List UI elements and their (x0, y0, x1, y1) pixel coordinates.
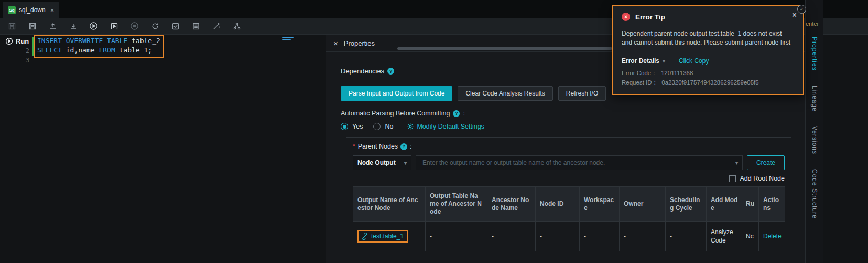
sidebar-tab-lineage[interactable]: Lineage (811, 86, 818, 112)
sql-keywords: INSERT OVERWRITE TABLE (37, 37, 132, 45)
properties-title: Properties (344, 39, 375, 47)
sql-identifier: table_2 (132, 37, 160, 45)
cell-scheduling-cycle: - (666, 222, 707, 251)
tab-close-icon[interactable]: × (50, 6, 55, 14)
create-button[interactable]: Create (747, 155, 785, 170)
sql-keyword: SELECT (37, 46, 66, 54)
cell-add-mode: Analyze Code (707, 222, 743, 251)
delete-link[interactable]: Delete (763, 233, 782, 240)
output-link-icon (361, 233, 368, 240)
cell-output-table: - (426, 222, 487, 251)
save-icon[interactable] (7, 22, 16, 30)
add-root-node-row: Add Root Node (353, 175, 785, 182)
request-id-value: 0a2320f917574943286296259e05f5 (661, 79, 758, 86)
auto-parse-colon: : (463, 110, 464, 117)
parent-nodes-label-row: * Parent Nodes ? : (353, 143, 785, 150)
run-icon[interactable] (89, 22, 98, 30)
error-tip-popup: × Error Tip × Dependent parent node outp… (612, 5, 804, 95)
graph-icon[interactable] (232, 22, 241, 30)
refresh-io-button[interactable]: Refresh I/O (558, 86, 606, 101)
play-icon (5, 37, 13, 45)
dataworks-ide: Sq sql_down × (0, 0, 868, 263)
auto-parse-label-row: Automatic Parsing Before Committing ? : (341, 110, 790, 117)
node-output-selected-value: Node Output (357, 159, 396, 166)
error-tip-header: × Error Tip (622, 13, 795, 21)
ancestor-search-wrap: ▾ (416, 155, 743, 170)
dependencies-title: Dependencies (341, 67, 384, 75)
precheck-icon[interactable] (171, 22, 180, 30)
properties-close-icon[interactable]: × (333, 39, 338, 47)
error-details-label[interactable]: Error Details (622, 57, 659, 65)
cell-actions: Delete (759, 222, 785, 251)
save-as-icon[interactable] (28, 22, 37, 30)
add-root-node-label: Add Root Node (740, 175, 785, 182)
error-code-value: 1201111368 (661, 70, 693, 76)
radio-no[interactable] (373, 123, 381, 130)
chevron-down-icon: ▾ (404, 160, 407, 166)
right-sidebar: Properties Lineage Versions Code Structu… (805, 0, 823, 263)
sql-code-editor[interactable]: Run 2 3 INSERT OVERWRITE TABLE table_2 S… (0, 35, 327, 263)
col-add-mode: Add Mode (707, 187, 743, 222)
node-output-select[interactable]: Node Output ▾ (353, 155, 411, 170)
code-line-2: SELECT id,name FROM table_1; (37, 46, 160, 55)
col-ancestor-node-name: Ancestor Node Name (487, 187, 536, 222)
sql-identifier: id,name (66, 46, 99, 54)
ancestor-search-input[interactable] (421, 159, 730, 167)
info-icon[interactable]: ? (400, 143, 407, 150)
chevron-down-icon[interactable]: ▾ (663, 58, 665, 64)
advanced-run-icon[interactable] (110, 22, 118, 30)
ancestor-output-link[interactable]: test.table_1 (371, 233, 404, 240)
request-id-row: Request ID： 0a2320f917574943286296259e05… (622, 79, 795, 87)
change-marker (32, 37, 34, 56)
error-message: Dependent parent node output test.table_… (622, 29, 791, 47)
add-root-node-checkbox[interactable] (729, 175, 736, 182)
sql-file-icon: Sq (8, 6, 16, 14)
modify-default-settings-link[interactable]: Modify Default Settings (407, 123, 484, 130)
chevron-down-icon[interactable]: ▾ (735, 160, 738, 166)
sql-identifier: table_1; (120, 46, 153, 54)
horizontal-scrollbar[interactable] (397, 47, 612, 50)
info-icon[interactable]: ? (387, 68, 394, 75)
required-asterisk: * (353, 143, 355, 150)
col-ru-truncated: Ru (743, 187, 759, 222)
error-code-label: Error Code： (622, 70, 657, 76)
parse-io-button[interactable]: Parse Input and Output from Code (341, 86, 452, 101)
parent-nodes-box: * Parent Nodes ? : Node Output ▾ ▾ Creat… (346, 137, 791, 260)
output-highlight-box: test.table_1 (357, 230, 408, 243)
info-icon[interactable]: ? (453, 110, 460, 117)
cell-output-name: test.table_1 (353, 222, 426, 251)
error-tip-close-icon[interactable]: × (792, 10, 797, 20)
tab-label: sql_down (19, 6, 46, 14)
modify-default-settings-label: Modify Default Settings (417, 123, 484, 130)
radio-yes[interactable] (341, 123, 348, 130)
format-icon[interactable] (212, 22, 221, 30)
stop-icon[interactable] (130, 22, 139, 30)
editor-minimap[interactable] (282, 37, 297, 41)
sidebar-tab-code-structure[interactable]: Code Structure (811, 169, 818, 219)
tab-sql-down[interactable]: Sq sql_down × (3, 2, 59, 18)
click-copy-link[interactable]: Click Copy (679, 57, 709, 65)
check-circle-icon[interactable]: ✓ (797, 5, 806, 14)
submit-icon[interactable] (48, 22, 57, 30)
col-actions: Actions (759, 187, 785, 222)
cell-ancestor-name: - (487, 222, 536, 251)
request-id-label: Request ID： (622, 79, 658, 86)
sidebar-tab-properties[interactable]: Properties (811, 37, 818, 71)
table-row: test.table_1 - - - - - - Analyze Code Nc (353, 222, 785, 251)
col-workspace: Workspace (580, 187, 620, 222)
right-sidebar-tabs: Properties Lineage Versions Code Structu… (806, 0, 823, 219)
parent-node-controls: Node Output ▾ ▾ Create (353, 155, 785, 170)
clear-analysis-button[interactable]: Clear Code Analysis Results (458, 86, 552, 101)
refresh-icon[interactable] (150, 22, 159, 30)
auto-parse-radio-row: Yes No Modify Default Settings (341, 123, 790, 130)
radio-yes-label: Yes (352, 123, 363, 130)
gear-icon (407, 123, 414, 130)
line-number-3: 3 (21, 56, 29, 65)
run-button[interactable]: Run (5, 37, 29, 45)
partial-enter-text: enter (806, 20, 819, 27)
sidebar-tab-versions[interactable]: Versions (811, 126, 818, 154)
log-icon[interactable] (191, 22, 200, 30)
radio-no-label: No (385, 123, 393, 130)
checkout-icon[interactable] (69, 22, 78, 30)
sql-keyword: FROM (99, 46, 119, 54)
